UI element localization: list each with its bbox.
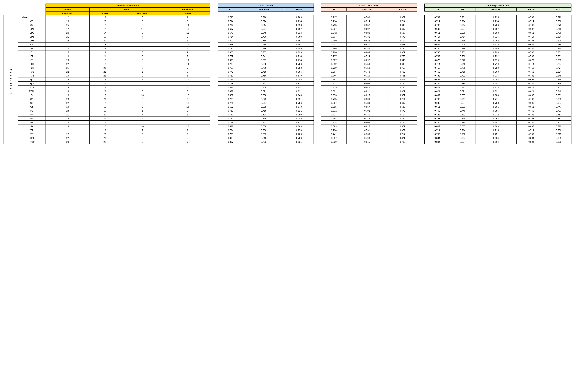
row-nss: 25: [46, 23, 90, 27]
av-recall-header: Recall: [517, 8, 546, 12]
row-nsr: 3: [120, 50, 165, 54]
row-nrr: 8: [165, 132, 210, 136]
table-row: CP1 17 17 11 11 0.607 0.607 0.607 0.607 …: [4, 27, 572, 31]
row-cs-f1: 0.607: [218, 27, 243, 31]
row-nrs: 18: [90, 58, 120, 62]
row-nrr: 9: [165, 50, 210, 54]
row-cs-f1: 0.772: [218, 70, 243, 74]
row-nrr: 10: [165, 105, 210, 109]
row-av-auc: 0.774: [546, 66, 572, 70]
row-cs-f1: 0.821: [218, 90, 243, 93]
table-row: TP10 23 22 5 6 0.807 0.793 0.821 0.800 0…: [4, 140, 572, 144]
row-cr-r: 0.750: [388, 70, 417, 74]
row-av-ca: 0.804: [425, 136, 450, 140]
row-av-r: 0.786: [517, 121, 546, 124]
row-av-ca: 0.768: [425, 70, 450, 74]
row-av-ca: 0.732: [425, 74, 450, 78]
row-nrs: 21: [90, 117, 120, 121]
row-nsr: 10: [120, 93, 165, 97]
row-cr-p: 0.731: [346, 128, 388, 132]
row-av-r: 0.607: [517, 124, 546, 128]
row-av-ca: 0.696: [425, 78, 450, 82]
row-nrr: 7: [165, 66, 210, 70]
row-nrs: 16: [90, 93, 120, 97]
row-av-auc: 0.736: [546, 19, 572, 23]
row-av-auc: 0.810: [546, 46, 572, 50]
row-cs-p: 0.760: [243, 74, 284, 78]
row-nss: 22: [46, 62, 90, 66]
row-nss: 17: [46, 27, 90, 31]
row-nrs: 20: [90, 97, 120, 101]
row-av-f1: 0.661: [450, 105, 476, 109]
row-av-ca: 0.714: [425, 128, 450, 132]
row-av-r: 0.821: [517, 90, 546, 93]
row-cs-r: 0.643: [284, 124, 313, 128]
electrode-name: CP1: [18, 27, 46, 31]
class-stress-header: Class—Stress: [218, 4, 314, 8]
row-av-ca: 0.714: [425, 62, 450, 66]
row-cs-p: 0.821: [243, 90, 284, 93]
row-nss: 21: [46, 128, 90, 132]
row-av-ca: 0.750: [425, 132, 450, 136]
table-row: P4 21 20 7 8 0.737 0.724 0.750 0.727 0.7…: [4, 113, 572, 117]
row-nrs: 20: [90, 19, 120, 23]
row-av-p: 0.703: [476, 101, 517, 105]
row-nrs: 16: [90, 124, 120, 128]
cs-f1-header: F1: [218, 8, 243, 12]
electrode-name: Fp1: [18, 78, 46, 82]
row-nsr: 6: [120, 136, 165, 140]
row-cr-f1: 0.746: [321, 74, 347, 78]
row-av-f1: 0.750: [450, 66, 476, 70]
row-av-auc: 0.829: [546, 39, 572, 43]
row-av-auc: 0.853: [546, 97, 572, 101]
row-av-p: 0.787: [476, 82, 517, 86]
row-av-f1: 0.750: [450, 132, 476, 136]
row-nss: 20: [46, 54, 90, 58]
row-cr-p: 0.821: [346, 90, 388, 93]
row-cr-r: 0.750: [388, 54, 417, 58]
table-row: F7 20 21 8 7 0.727 0.741 0.714 0.737 0.7…: [4, 54, 572, 58]
row-cs-p: 0.724: [243, 113, 284, 117]
table-row: TP9 22 23 6 5 0.800 0.815 0.786 0.807 0.…: [4, 136, 572, 140]
row-av-ca: 0.768: [425, 23, 450, 27]
table-row: P3 23 19 5 9 0.767 0.719 0.821 0.731 0.7…: [4, 109, 572, 113]
row-av-f1: 0.768: [450, 70, 476, 74]
row-cs-p: 0.600: [243, 124, 284, 128]
row-nrs: 21: [90, 121, 120, 124]
row-av-auc: 0.802: [546, 121, 572, 124]
row-nrs: 20: [90, 113, 120, 117]
row-cs-f1: 0.721: [218, 78, 243, 82]
row-cs-f1: 0.807: [218, 140, 243, 144]
row-nrs: 17: [90, 78, 120, 82]
actual-relaxation-label: Relaxation: [165, 8, 210, 12]
row-av-ca: 0.750: [425, 109, 450, 113]
row-cr-r: 0.786: [388, 74, 417, 78]
table-row: Fp2 23 21 5 7 0.793 0.767 0.821 0.778 0.…: [4, 82, 572, 86]
row-cs-p: 0.714: [243, 19, 284, 23]
row-av-ca: 0.804: [425, 140, 450, 144]
row-av-ca: 0.661: [425, 31, 450, 35]
row-av-r: 0.786: [517, 82, 546, 86]
electrode-name: O1: [18, 97, 46, 101]
row-av-p: 0.679: [476, 58, 517, 62]
row-av-f1: 0.732: [450, 54, 476, 58]
table-row: F3 22 22 6 6 0.786 0.786 0.786 0.786 0.7…: [4, 46, 572, 50]
table-row: Fz 18 16 10 12 0.621 0.600 0.643 0.593 0…: [4, 93, 572, 97]
row-nss: 23: [46, 109, 90, 113]
row-av-auc: 0.869: [546, 140, 572, 144]
row-cr-p: 0.714: [346, 19, 388, 23]
row-cs-p: 0.719: [243, 109, 284, 113]
row-nsr: 8: [120, 31, 165, 35]
row-nsr: 5: [120, 121, 165, 124]
row-cs-r: 0.750: [284, 66, 313, 70]
row-cs-f1: 0.721: [218, 101, 243, 105]
row-nrs: 19: [90, 128, 120, 132]
row-cs-r: 0.786: [284, 117, 313, 121]
row-av-r: 0.607: [517, 93, 546, 97]
row-av-r: 0.732: [517, 113, 546, 117]
electrode-name: T7: [18, 128, 46, 132]
row-nrs: 21: [90, 66, 120, 70]
row-nss: 22: [46, 78, 90, 82]
row-av-r: 0.768: [517, 117, 546, 121]
row-nrs: 18: [90, 43, 120, 46]
